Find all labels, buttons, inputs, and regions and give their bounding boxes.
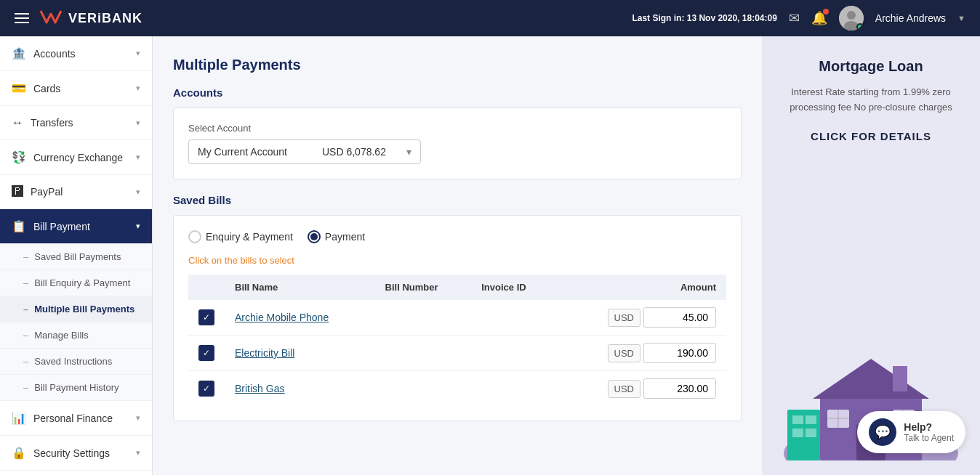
paypal-icon: 🅿: [12, 185, 23, 198]
sidebar-sub-manage-bills[interactable]: Manage Bills: [0, 322, 152, 349]
sidebar-label-accounts: Accounts: [33, 48, 76, 60]
personal-finance-icon: 📊: [12, 411, 26, 425]
bills-table: Bill Name Bill Number Invoice ID Amount …: [188, 275, 726, 406]
cards-icon: 💳: [12, 81, 26, 95]
checkbox-cell[interactable]: ✓: [188, 371, 225, 407]
saved-bills-section: Saved Bills Enquiry & Payment Payment Cl…: [173, 194, 742, 421]
amount-cell: USD: [557, 371, 726, 407]
sidebar-item-currency-exchange[interactable]: 💱 Currency Exchange ▾: [0, 140, 152, 175]
invoice-id-cell: [471, 300, 557, 336]
user-name[interactable]: Archie Andrews: [875, 12, 946, 24]
promo-cta-button[interactable]: CLICK FOR DETAILS: [811, 130, 931, 142]
right-panel: Mortgage Loan Interest Rate starting fro…: [762, 36, 980, 475]
radio-enquiry-circle: [188, 230, 201, 243]
svg-marker-5: [813, 359, 929, 399]
sidebar-label-bill-payment: Bill Payment: [33, 221, 90, 232]
bill-name-cell: Electricity Bill: [225, 336, 375, 371]
header: VERiBANK Last Sign in: 13 Nov 2020, 18:0…: [0, 0, 980, 36]
sidebar-item-accounts[interactable]: 🏦 Accounts ▾: [0, 36, 152, 71]
transfers-icon: ↔: [12, 116, 23, 129]
bill-link[interactable]: Electricity Bill: [235, 347, 294, 359]
bill-name-cell: Archie Mobile Phone: [225, 300, 375, 336]
currency-badge: USD: [608, 344, 640, 362]
account-select-dropdown[interactable]: My Current Account USD 6,078.62 ▾: [188, 139, 421, 164]
svg-rect-16: [806, 415, 816, 424]
promo-title: Mortgage Loan: [819, 58, 923, 75]
col-bill-name: Bill Name: [225, 275, 375, 300]
checkbox-cell[interactable]: ✓: [188, 300, 225, 336]
payment-type-radio-group: Enquiry & Payment Payment: [188, 230, 726, 243]
sidebar-sub-bill-payment-history[interactable]: Bill Payment History: [0, 375, 152, 401]
user-dropdown-chevron[interactable]: ▼: [957, 14, 965, 23]
checkbox-checked[interactable]: ✓: [198, 381, 214, 397]
svg-point-1: [847, 11, 856, 20]
sidebar-sub-bill-enquiry[interactable]: Bill Enquiry & Payment: [0, 270, 152, 296]
svg-rect-15: [792, 415, 803, 424]
checkbox-cell[interactable]: ✓: [188, 336, 225, 371]
amount-input[interactable]: [643, 343, 716, 363]
checkbox-checked[interactable]: ✓: [198, 345, 214, 361]
sidebar-item-security-settings[interactable]: 🔒 Security Settings ▾: [0, 436, 152, 471]
bill-number-cell: [375, 336, 472, 371]
sidebar-label-transfers: Transfers: [31, 117, 73, 129]
sidebar-item-services[interactable]: ⚙️ Services ▾: [0, 471, 152, 475]
radio-enquiry-label: Enquiry & Payment: [206, 231, 293, 243]
sidebar-item-personal-finance[interactable]: 📊 Personal Finance ▾: [0, 401, 152, 436]
invoice-id-cell: [471, 336, 557, 371]
table-row: ✓ Archie Mobile Phone USD: [188, 300, 726, 336]
sidebar-label-cards: Cards: [33, 83, 60, 94]
radio-payment[interactable]: Payment: [308, 230, 365, 243]
sidebar-item-bill-payment[interactable]: 📋 Bill Payment ▾: [0, 209, 152, 244]
hamburger-menu-icon[interactable]: [15, 13, 29, 23]
checkbox-checked[interactable]: ✓: [198, 309, 214, 325]
chat-icon: 💬: [869, 418, 896, 446]
main-content: Multiple Payments Accounts Select Accoun…: [153, 36, 762, 475]
bill-link[interactable]: Archie Mobile Phone: [235, 312, 329, 323]
sidebar-sub-saved-bill-payments[interactable]: Saved Bill Payments: [0, 244, 152, 270]
account-balance: USD 6,078.62: [322, 146, 386, 158]
promo-description: Interest Rate starting from 1.99% zero p…: [776, 85, 965, 115]
email-icon[interactable]: ✉: [789, 10, 800, 26]
amount-cell: USD: [557, 336, 726, 371]
layout: 🏦 Accounts ▾ 💳 Cards ▾ ↔ Transfers ▾ 💱: [0, 36, 980, 475]
sidebar-sub-saved-instructions[interactable]: Saved Instructions: [0, 349, 152, 375]
currency-badge: USD: [608, 309, 640, 327]
bill-payment-chevron: ▾: [136, 222, 140, 231]
sidebar-item-cards[interactable]: 💳 Cards ▾: [0, 71, 152, 106]
currency-badge: USD: [608, 380, 640, 398]
svg-rect-18: [806, 429, 816, 437]
sidebar-label-paypal: PayPal: [31, 186, 63, 198]
sidebar-label-personal-finance: Personal Finance: [33, 413, 113, 424]
veribank-logo-icon: [39, 8, 63, 28]
sidebar-item-paypal[interactable]: 🅿 PayPal ▾: [0, 175, 152, 209]
radio-enquiry-payment[interactable]: Enquiry & Payment: [188, 230, 293, 243]
bill-link[interactable]: British Gas: [235, 383, 284, 394]
avatar: [839, 6, 864, 31]
sidebar-sub-menu: Saved Bill Payments Bill Enquiry & Payme…: [0, 244, 152, 401]
transfers-chevron: ▾: [136, 118, 140, 128]
paypal-chevron: ▾: [136, 187, 140, 197]
sidebar-label-currency: Currency Exchange: [33, 152, 123, 163]
chat-bubble[interactable]: 💬 Help? Talk to Agent: [857, 411, 965, 453]
amount-input[interactable]: [643, 307, 716, 328]
sidebar-sub-multiple-bill-payments[interactable]: Multiple Bill Payments: [0, 296, 152, 322]
saved-bills-card: Enquiry & Payment Payment Click on the b…: [173, 215, 742, 421]
bill-number-cell: [375, 300, 472, 336]
personal-finance-chevron: ▾: [136, 413, 140, 423]
chat-agent-text: Talk to Agent: [904, 433, 954, 443]
logo-text: VERiBANK: [68, 11, 142, 26]
select-account-label: Select Account: [188, 123, 726, 134]
accounts-icon: 🏦: [12, 46, 26, 60]
svg-rect-6: [893, 366, 907, 391]
amount-input[interactable]: [643, 378, 716, 399]
currency-chevron: ▾: [136, 153, 140, 162]
col-bill-number: Bill Number: [375, 275, 472, 300]
sidebar-item-transfers[interactable]: ↔ Transfers ▾: [0, 106, 152, 140]
online-indicator: [856, 23, 864, 31]
notification-dot: [823, 9, 829, 15]
accounts-section-title: Accounts: [173, 86, 742, 99]
last-signin-text: Last Sign in: 13 Nov 2020, 18:04:09: [632, 13, 776, 23]
notification-icon[interactable]: 🔔: [811, 10, 827, 26]
sidebar-label-security: Security Settings: [33, 447, 110, 459]
table-row: ✓ British Gas USD: [188, 371, 726, 407]
